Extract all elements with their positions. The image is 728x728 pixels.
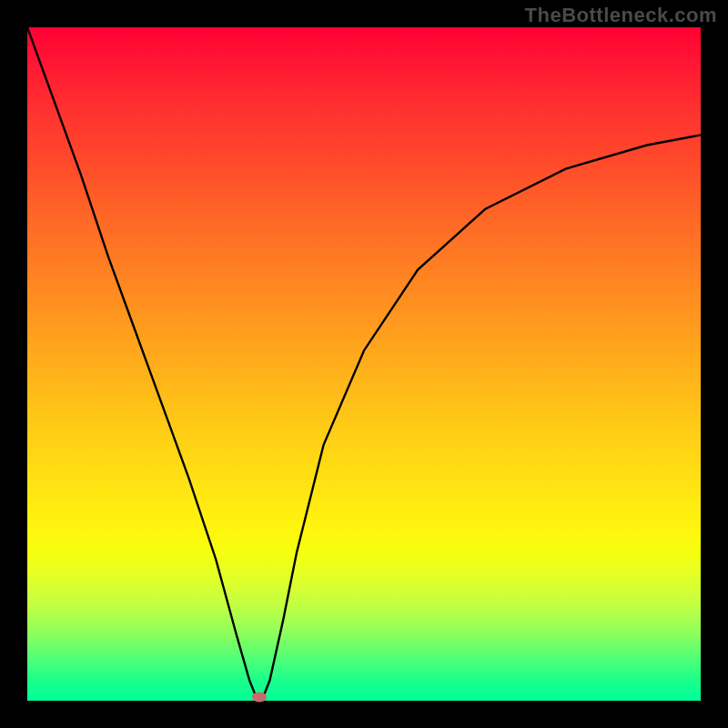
optimum-marker — [252, 693, 267, 703]
chart-frame: TheBottleneck.com — [0, 0, 728, 728]
watermark-text: TheBottleneck.com — [525, 4, 717, 27]
bottleneck-curve — [27, 27, 701, 701]
plot-area — [27, 27, 701, 701]
